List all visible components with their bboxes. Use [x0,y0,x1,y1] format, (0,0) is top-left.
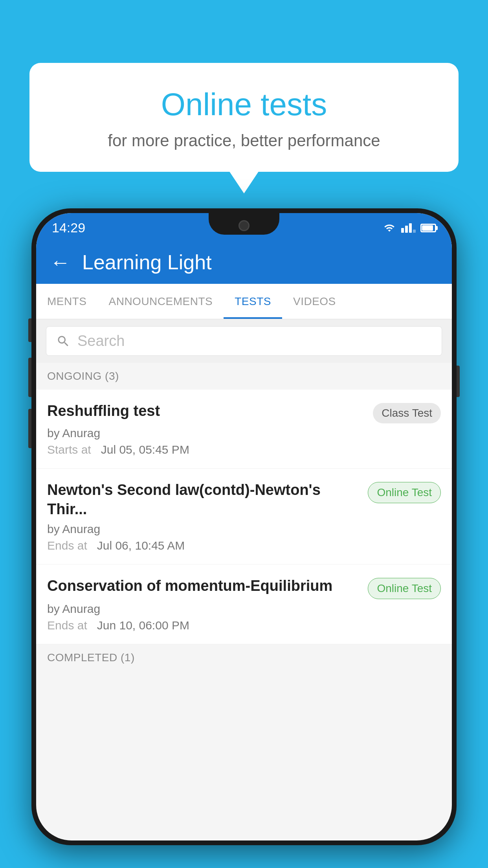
phone-frame: 14:29 [31,208,457,845]
test-badge-1: Class Test [373,403,441,423]
search-icon [56,334,70,348]
silent-button [28,409,31,448]
test-item-3[interactable]: Conservation of momentum-Equilibrium Onl… [36,565,452,644]
speech-bubble-title: Online tests [61,86,427,123]
date-label-2: Ends at [47,539,87,552]
volume-down-button [28,358,31,397]
test-author-2: by Anurag [47,522,441,536]
test-name-3: Conservation of momentum-Equilibrium [47,576,362,596]
date-value-1: Jul 05, 05:45 PM [101,443,189,456]
speech-bubble: Online tests for more practice, better p… [29,63,459,172]
search-section: Search [36,319,452,363]
test-date-2: Ends at Jul 06, 10:45 AM [47,539,441,552]
test-date-1: Starts at Jul 05, 05:45 PM [47,443,441,456]
date-value-3: Jun 10, 06:00 PM [97,619,189,632]
battery-icon [420,224,436,232]
status-icons [382,223,436,234]
signal-icon [401,223,416,233]
speech-bubble-subtitle: for more practice, better performance [61,131,427,150]
phone-container: 14:29 [31,208,457,868]
app-header: ← Learning Light [36,241,452,284]
test-badge-2: Online Test [368,482,441,503]
wifi-icon [382,223,396,234]
volume-up-button [28,318,31,342]
search-input-wrapper[interactable]: Search [46,326,442,356]
completed-section-header: COMPLETED (1) [36,644,452,671]
test-item-2[interactable]: Newton's Second law(contd)-Newton's Thir… [36,469,452,565]
background: Online tests for more practice, better p… [0,0,488,868]
date-value-2: Jul 06, 10:45 AM [97,539,185,552]
date-label-3: Ends at [47,619,87,632]
test-name-1: Reshuffling test [47,401,367,421]
tab-announcements[interactable]: ANNOUNCEMENTS [98,284,224,319]
back-button[interactable]: ← [50,250,70,274]
test-item-1[interactable]: Reshuffling test Class Test by Anurag St… [36,390,452,469]
tab-ments[interactable]: MENTS [36,284,98,319]
power-button [457,366,460,397]
tabs-container: MENTS ANNOUNCEMENTS TESTS VIDEOS [36,284,452,319]
status-time: 14:29 [52,220,85,235]
test-name-2: Newton's Second law(contd)-Newton's Thir… [47,480,362,519]
search-placeholder: Search [77,333,125,349]
tab-tests[interactable]: TESTS [224,284,282,319]
tab-videos[interactable]: VIDEOS [282,284,347,319]
test-author-1: by Anurag [47,427,441,440]
app-title: Learning Light [82,250,212,274]
test-badge-3: Online Test [368,578,441,599]
phone-camera [238,220,250,231]
phone-screen: 14:29 [36,213,452,840]
phone-notch [209,213,279,235]
test-author-3: by Anurag [47,602,441,616]
date-label-1: Starts at [47,443,91,456]
ongoing-section-header: ONGOING (3) [36,363,452,390]
test-date-3: Ends at Jun 10, 06:00 PM [47,619,441,632]
